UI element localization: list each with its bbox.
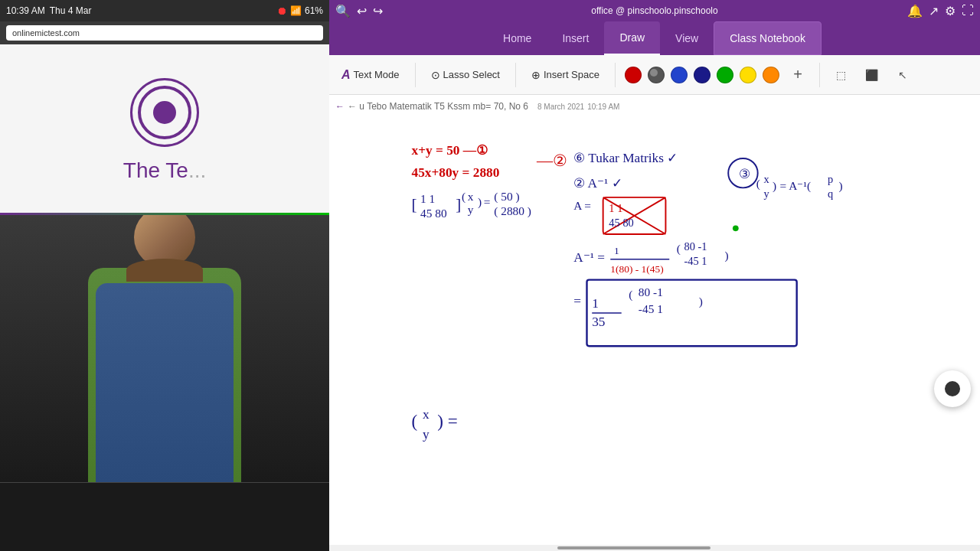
svg-text:p: p: [828, 173, 833, 185]
topbar-left-icons: 🔍 ↩ ↪: [335, 4, 383, 18]
status-bar-left: 10:39 AM Thu 4 Mar: [6, 5, 91, 16]
color-darkblue[interactable]: [694, 67, 710, 83]
insert-space-icon: ⊕: [531, 69, 541, 81]
svg-text:(: (: [677, 242, 681, 256]
insert-space-button[interactable]: ⊕ Insert Space: [525, 66, 606, 84]
text-mode-button[interactable]: A Text Mode: [335, 65, 406, 85]
menu-bar: Home Insert Draw View Class Notebook: [329, 21, 980, 55]
person-figure: [65, 215, 264, 482]
svg-text:A =: A =: [573, 199, 591, 212]
svg-text:(: (: [629, 288, 632, 302]
site-title: The Te...: [123, 158, 206, 183]
eraser-button[interactable]: ↖: [890, 63, 915, 87]
svg-text:) =: ) =: [437, 411, 457, 431]
svg-text:): ): [724, 249, 728, 262]
svg-text:=: =: [484, 195, 491, 208]
status-bar-right: ⏺ 📶 61%: [276, 5, 323, 17]
svg-text:= A⁻¹(: = A⁻¹(: [780, 179, 812, 193]
separator-2: [515, 63, 516, 87]
svg-text:A⁻¹ =: A⁻¹ =: [573, 250, 605, 265]
svg-text:80  -1: 80 -1: [684, 240, 707, 253]
tab-view[interactable]: View: [660, 21, 714, 55]
svg-text:y: y: [763, 187, 769, 200]
separator-4: [819, 63, 820, 87]
svg-text:1  1: 1 1: [420, 192, 435, 205]
svg-text:(: (: [412, 411, 418, 431]
record-button[interactable]: [934, 370, 971, 407]
color-red[interactable]: [625, 67, 642, 83]
svg-text:35: 35: [592, 315, 605, 329]
wifi-icon: 📶: [290, 5, 302, 16]
scroll-thumb[interactable]: [557, 546, 710, 549]
url-bar[interactable]: onlinemictest.com: [6, 25, 323, 41]
svg-text:(: (: [462, 190, 466, 204]
nav-date-left: 8 March 2021: [537, 103, 584, 111]
shape-tool-button[interactable]: ⬚: [829, 63, 854, 87]
topbar-right-icons: 🔔 ↗ ⚙ ⛶: [907, 4, 974, 18]
svg-text:x: x: [468, 190, 474, 203]
scroll-bar[interactable]: [329, 545, 980, 551]
math-content: x+y = 50 —① 45x+80y = 2880 —② [ 1 1 45 8…: [329, 118, 980, 545]
svg-text:): ): [839, 179, 843, 193]
svg-text:② A⁻¹ ✓: ② A⁻¹ ✓: [573, 176, 622, 191]
notification-icon[interactable]: 🔔: [907, 4, 923, 18]
tab-draw[interactable]: Draw: [604, 21, 660, 55]
svg-text:y: y: [423, 427, 430, 442]
color-yellow[interactable]: [740, 67, 756, 83]
redo-icon[interactable]: ↪: [373, 4, 383, 18]
svg-text:1: 1: [614, 245, 619, 256]
topbar-url: office @ pinschoolo.pinschoolo: [591, 5, 717, 16]
svg-text:]: ]: [456, 195, 461, 214]
svg-text:q: q: [828, 187, 833, 200]
nav-date-right: 10:19 AM: [587, 103, 619, 111]
svg-text:80  -1: 80 -1: [639, 285, 663, 298]
notebook-nav: ← ← u Tebo Matematik T5 Kssm mb= 70, No …: [335, 101, 619, 112]
selection-tool-button[interactable]: ⬛: [860, 63, 884, 87]
logo-inner: [153, 101, 176, 124]
svg-text:45 80: 45 80: [420, 207, 447, 220]
status-bar: 10:39 AM Thu 4 Mar ⏺ 📶 61%: [0, 0, 329, 21]
person-body: [88, 268, 241, 482]
expand-icon[interactable]: ⛶: [962, 4, 974, 18]
svg-text:x+y = 50 —①: x+y = 50 —①: [412, 143, 488, 158]
svg-text:[: [: [412, 195, 417, 214]
lasso-select-button[interactable]: ⊙ Lasso Select: [425, 66, 506, 84]
site-logo: [126, 74, 203, 151]
svg-text:1: 1: [592, 296, 599, 311]
svg-text:y: y: [468, 203, 474, 216]
lasso-icon: ⊙: [431, 69, 440, 81]
webcam-placeholder: [0, 215, 329, 482]
svg-text:③: ③: [739, 167, 750, 181]
onenote-panel: 🔍 ↩ ↪ office @ pinschoolo.pinschoolo 🔔 ↗…: [329, 0, 980, 551]
text-mode-icon: A: [341, 68, 351, 82]
url-text: onlinemictest.com: [12, 28, 80, 37]
color-green[interactable]: [717, 67, 733, 83]
svg-text:-45  1: -45 1: [684, 255, 707, 267]
browser-content: The Te...: [0, 44, 329, 213]
svg-text:(: (: [756, 177, 760, 191]
battery-display: 61%: [305, 5, 323, 16]
record-status-icon: ⏺: [276, 5, 287, 17]
left-panel: 10:39 AM Thu 4 Mar ⏺ 📶 61% onlinemictest…: [0, 0, 329, 551]
draw-toolbar: A Text Mode ⊙ Lasso Select ⊕ Insert Spac…: [329, 55, 980, 95]
svg-text:45 80: 45 80: [609, 217, 633, 229]
search-icon[interactable]: 🔍: [335, 4, 351, 18]
svg-text:x: x: [423, 407, 430, 422]
nav-back-arrow[interactable]: ←: [335, 101, 345, 112]
svg-text:=: =: [573, 294, 581, 308]
svg-text:( 2880 ): ( 2880 ): [494, 204, 531, 218]
tab-class-notebook[interactable]: Class Notebook: [714, 21, 822, 55]
undo-icon[interactable]: ↩: [357, 4, 367, 18]
color-orange[interactable]: [763, 67, 779, 83]
tab-insert[interactable]: Insert: [547, 21, 604, 55]
svg-text:—②: —②: [536, 152, 567, 170]
settings-icon[interactable]: ⚙: [945, 4, 956, 18]
tab-home[interactable]: Home: [488, 21, 547, 55]
color-dark[interactable]: [648, 67, 665, 83]
share-icon[interactable]: ↗: [929, 4, 939, 18]
color-blue[interactable]: [671, 67, 688, 83]
canvas-area[interactable]: ← ← u Tebo Matematik T5 Kssm mb= 70, No …: [329, 95, 980, 545]
svg-text:45x+80y = 2880: 45x+80y = 2880: [412, 165, 500, 180]
add-color-button[interactable]: +: [786, 63, 810, 87]
svg-text:x: x: [763, 173, 769, 185]
